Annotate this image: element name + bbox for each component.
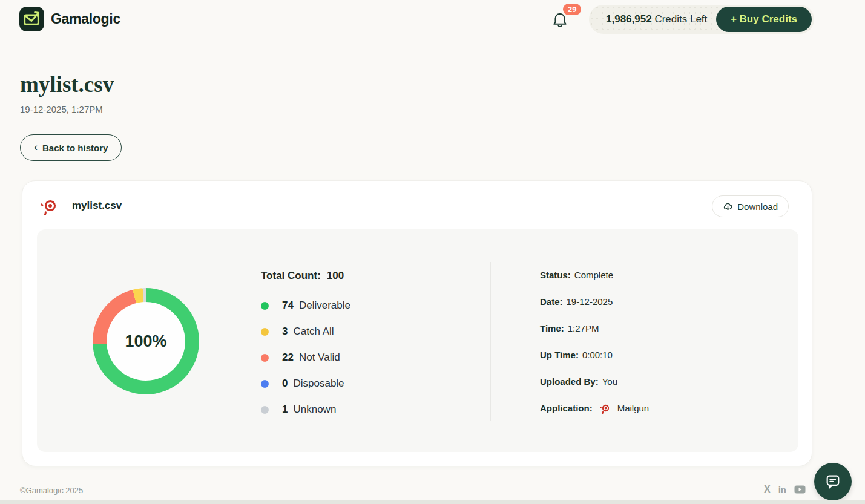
legend-item-catch-all: 3 Catch All <box>261 326 350 337</box>
application-label: Application: <box>540 403 593 413</box>
detail-status: Status: Complete <box>540 270 649 280</box>
cloud-download-icon <box>723 201 733 212</box>
chat-bubble-icon <box>824 473 841 490</box>
date-value: 19-12-2025 <box>567 296 613 307</box>
credits-value: 1,986,952 <box>606 13 652 25</box>
uploaded-by-value: You <box>602 376 617 387</box>
bottom-band <box>0 500 865 504</box>
buy-credits-button[interactable]: + Buy Credits <box>716 7 812 32</box>
notification-count-badge: 29 <box>563 4 581 15</box>
credits-label: Credits Left <box>654 13 707 25</box>
legend-item-unknown: 1 Unknown <box>261 404 350 415</box>
detail-application: Application: Mailgun <box>540 403 649 413</box>
time-label: Time: <box>540 323 564 333</box>
up-time-value: 0:00:10 <box>582 350 613 360</box>
social-links: X in <box>764 484 806 495</box>
download-button[interactable]: Download <box>712 195 789 217</box>
time-value: 1:27PM <box>568 323 599 333</box>
not-valid-count: 22 <box>282 352 294 364</box>
donut-hole: 100% <box>107 302 185 381</box>
page-timestamp: 19-12-2025, 1:27PM <box>20 104 103 114</box>
total-count: Total Count: 100 <box>261 270 350 282</box>
catch-all-dot-icon <box>261 328 269 336</box>
total-count-value: 100 <box>327 270 344 282</box>
detail-uploaded-by: Uploaded By: You <box>540 376 649 387</box>
brand-logo[interactable]: Gamalogic <box>19 7 120 31</box>
download-label: Download <box>737 201 778 212</box>
not-valid-dot-icon <box>261 354 269 362</box>
legend-item-not-valid: 22 Not Valid <box>261 352 350 363</box>
up-time-label: Up Time: <box>540 350 579 360</box>
donut-chart: 100% <box>93 288 199 394</box>
mailgun-icon <box>41 196 60 218</box>
results-panel: 100% Total Count: 100 74 Deliverable 3 C… <box>37 229 798 452</box>
unknown-dot-icon <box>261 406 269 414</box>
catch-all-label: Catch All <box>293 326 334 338</box>
status-value: Complete <box>574 270 613 280</box>
credits-pill: 1,986,952 Credits Left + Buy Credits <box>589 5 814 34</box>
back-button-label: Back to history <box>42 143 108 153</box>
application-value: Mailgun <box>617 403 650 413</box>
disposable-label: Disposable <box>293 378 344 390</box>
deliverable-count: 74 <box>282 299 294 312</box>
not-valid-label: Not Valid <box>299 352 340 364</box>
uploaded-by-label: Uploaded By: <box>540 376 599 387</box>
legend-item-disposable: 0 Disposable <box>261 378 350 389</box>
mailgun-icon <box>600 402 611 414</box>
detail-up-time: Up Time: 0:00:10 <box>540 350 649 360</box>
result-card: mylist.csv Download 100% Total Count: 10… <box>22 180 812 466</box>
linkedin-icon[interactable]: in <box>778 485 786 495</box>
copyright-text: ©Gamalogic 2025 <box>20 486 83 495</box>
donut-percentage: 100% <box>125 332 166 351</box>
page: Gamalogic 29 1,986,952 Credits Left + Bu… <box>0 0 865 504</box>
status-label: Status: <box>540 270 571 280</box>
date-label: Date: <box>540 296 563 307</box>
unknown-count: 1 <box>282 404 288 416</box>
brand-name: Gamalogic <box>51 11 120 27</box>
catch-all-count: 3 <box>282 326 288 338</box>
detail-date: Date: 19-12-2025 <box>540 296 649 307</box>
unknown-label: Unknown <box>293 404 336 416</box>
detail-time: Time: 1:27PM <box>540 323 649 333</box>
credits-left-text: 1,986,952 Credits Left <box>606 13 707 25</box>
card-file-name: mylist.csv <box>72 200 122 212</box>
total-count-label: Total Count: <box>261 270 321 282</box>
back-to-history-button[interactable]: ‹ Back to history <box>20 134 122 161</box>
youtube-icon[interactable] <box>794 485 806 494</box>
disposable-dot-icon <box>261 380 269 388</box>
chart-legend: Total Count: 100 74 Deliverable 3 Catch … <box>261 270 350 430</box>
disposable-count: 0 <box>282 378 288 390</box>
legend-item-deliverable: 74 Deliverable <box>261 300 350 311</box>
deliverable-label: Deliverable <box>299 299 350 312</box>
notifications-button[interactable]: 29 <box>551 7 581 35</box>
chat-widget-button[interactable] <box>814 463 852 500</box>
job-details: Status: Complete Date: 19-12-2025 Time: … <box>540 270 649 430</box>
page-title: mylist.csv <box>20 71 114 97</box>
vertical-divider <box>490 262 491 421</box>
gamalogic-envelope-icon <box>19 7 44 31</box>
chevron-left-icon: ‹ <box>34 142 38 152</box>
x-twitter-icon[interactable]: X <box>764 484 771 495</box>
deliverable-dot-icon <box>261 302 269 310</box>
